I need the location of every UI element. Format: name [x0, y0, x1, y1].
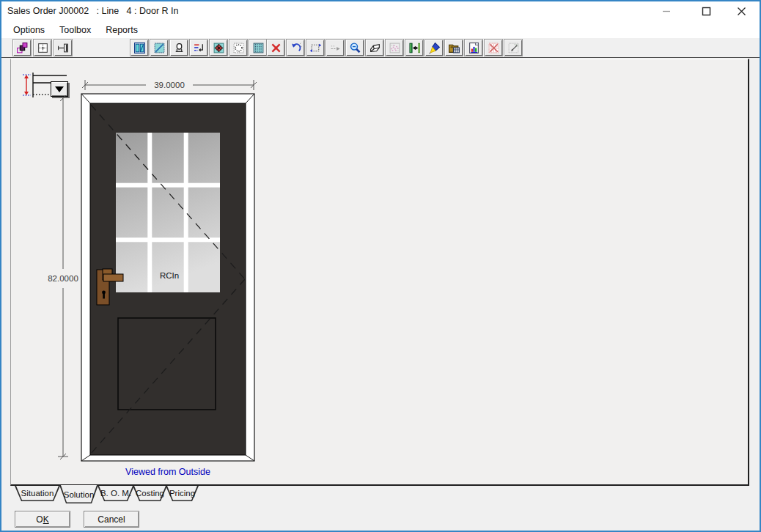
rotate-3d-icon[interactable] — [365, 39, 384, 56]
pattern-fill-icon[interactable] — [209, 39, 228, 56]
tab-costing[interactable]: Costing — [133, 486, 167, 501]
mesh-fill-icon[interactable] — [229, 39, 248, 56]
app-window: Sales Order J00002 : Line 4 : Door R In … — [0, 0, 761, 532]
stretch-icon[interactable] — [306, 39, 325, 56]
window-title: Sales Order J00002 : Line 4 : Door R In — [7, 0, 178, 22]
pan-view-icon[interactable] — [54, 39, 73, 56]
cascade-windows-icon[interactable] — [12, 39, 32, 56]
drawing-canvas[interactable]: 39.0000 82.0000 — [10, 59, 749, 486]
fit-width-icon[interactable] — [405, 39, 424, 56]
height-dimension-label: 82.0000 — [48, 274, 78, 283]
chart-report-icon[interactable] — [464, 39, 483, 56]
cancel-button-label: Cancel — [98, 514, 125, 525]
tab-solution[interactable]: Solution — [59, 485, 98, 503]
toolbar — [0, 38, 761, 58]
tab-label: Situation — [15, 486, 60, 501]
close-button[interactable] — [724, 0, 758, 22]
undo-icon[interactable] — [286, 39, 305, 56]
minimize-button[interactable] — [650, 0, 683, 22]
cancel-button[interactable]: Cancel — [84, 511, 139, 528]
highlight-pen-icon[interactable] — [424, 39, 444, 56]
tab-bom[interactable]: B. O. M. — [98, 486, 134, 501]
menu-reports[interactable]: Reports — [98, 22, 145, 38]
title-bar: Sales Order J00002 : Line 4 : Door R In — [0, 0, 761, 22]
menu-bar: Options Toolbox Reports — [0, 22, 761, 38]
center-drawing-icon[interactable] — [33, 39, 52, 56]
door-drawing: 39.0000 82.0000 — [40, 74, 268, 484]
spray-pattern-icon[interactable] — [385, 39, 404, 56]
zoom-icon[interactable] — [345, 39, 364, 56]
view-caption: Viewed from Outside — [73, 467, 263, 477]
tab-label: Costing — [133, 486, 167, 501]
menu-options[interactable]: Options — [6, 22, 52, 38]
close-icon — [737, 7, 746, 16]
tab-label: Pricing — [166, 486, 199, 501]
glass-panel — [116, 133, 220, 292]
glass-type-label: RCIn — [160, 271, 179, 280]
minimize-icon — [662, 7, 671, 15]
ok-button[interactable]: OK — [15, 511, 70, 528]
tab-pricing[interactable]: Pricing — [166, 486, 199, 501]
maximize-icon — [702, 7, 711, 16]
grid-fill-icon[interactable] — [249, 39, 268, 56]
tab-situation[interactable]: Situation — [15, 486, 60, 501]
width-dimension-label: 39.0000 — [154, 81, 185, 89]
nudge-icon[interactable] — [326, 39, 345, 56]
window-style-icon[interactable] — [130, 39, 149, 56]
delete-icon[interactable] — [266, 39, 285, 56]
menu-toolbox[interactable]: Toolbox — [52, 22, 98, 38]
ok-button-label: OK — [36, 514, 48, 525]
maximize-button[interactable] — [689, 0, 723, 22]
export-grid-icon[interactable] — [444, 39, 463, 56]
hardware-icon[interactable] — [169, 39, 188, 56]
measure-grid-icon[interactable] — [504, 39, 523, 56]
tab-label: B. O. M. — [98, 486, 134, 501]
dimension-options-icon[interactable] — [189, 39, 208, 56]
glazing-icon[interactable] — [150, 39, 169, 56]
tab-label: Solution — [59, 485, 98, 503]
red-grid-icon[interactable] — [484, 39, 503, 56]
